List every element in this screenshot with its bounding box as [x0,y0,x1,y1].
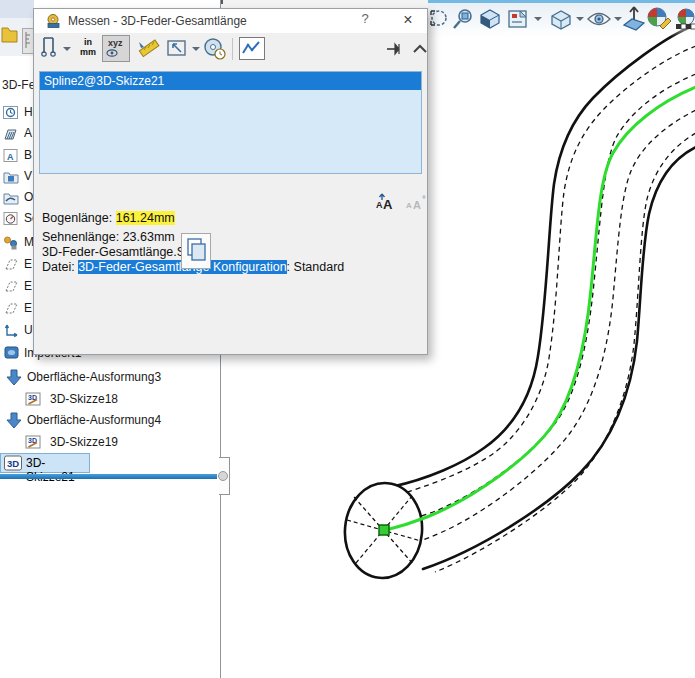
collapse-chevron-icon[interactable] [412,43,428,55]
construction-curve-3 [402,110,695,548]
caliper-dropdown-caret[interactable] [63,47,71,51]
display-style-cube-icon[interactable] [548,7,574,33]
tree-row-plane-top[interactable]: E [0,278,34,296]
projected-on-screen-icon[interactable] [167,39,189,59]
apply-scene-plane-icon[interactable] [622,5,646,33]
tree-row-history[interactable]: H [0,104,34,122]
apply-scene-icon[interactable] [674,7,695,33]
view-orientation-sheet-icon[interactable] [506,7,532,33]
arc-measure-caliper-icon[interactable] [39,35,61,59]
headsup-view-toolbar [428,3,695,37]
pin-icon[interactable] [386,41,406,57]
units-in-mm-button[interactable]: in mm [76,37,100,57]
help-button[interactable]: ? [356,11,374,31]
selected-spline-green [386,87,695,530]
xyz-measure-button-pressed[interactable]: xyz [102,35,130,62]
tree-row-plane-right[interactable]: E [0,300,34,318]
tree-row-sensors[interactable]: Se [0,210,34,228]
zoom-to-area-icon[interactable] [452,7,474,31]
measure-dialog-toolbar: in mm xyz [34,33,427,65]
toolbar-separator [232,38,233,60]
svg-text:A: A [383,197,393,212]
spline-endpoint-marker [379,525,389,535]
svg-text:A: A [376,200,383,210]
zoom-to-fit-icon[interactable] [427,7,447,29]
tube-outline-left [391,25,695,487]
measure-selection-list[interactable]: Spline2@3D-Skizze21 [39,71,422,174]
rollback-bar[interactable] [0,474,217,479]
tree-row-notes[interactable]: A B [0,147,34,165]
tree-row-annotations[interactable]: A [0,125,34,143]
create-sensor-graph-button[interactable] [239,37,265,60]
folder-icon [1,24,18,44]
svg-text:xyz: xyz [108,38,123,48]
section-view-icon[interactable] [478,7,502,31]
tree-row-surface-bodies[interactable]: O [0,189,34,207]
selected-entity-row[interactable]: Spline2@3D-Skizze21 [40,72,421,90]
tree-item-3d-sketch-21-selected[interactable]: 3D 3D-Skizze21 [0,453,90,473]
tree-row-plane-front[interactable]: E [0,256,34,274]
copy-results-button[interactable] [181,233,211,269]
chord-length-line: Sehnenlänge: 23.63mm [42,230,175,244]
construction-curve-4 [435,133,695,572]
measure-dialog: Messen - 3D-Feder-Gesamtlänge ? × in mm … [33,8,428,355]
arc-length-line: Bogenlänge: 161.24mm [42,211,175,225]
decrease-text-size-icon[interactable]: A A [406,194,426,212]
tube-outline-right [423,147,695,569]
solidworks-window: 3D-Fe H A A B V O Se M [0,0,695,678]
hide-show-items-eye-icon[interactable] [586,10,612,28]
svg-text:3D: 3D [7,458,19,469]
arc-length-value: 161.24mm [116,211,175,225]
increase-text-size-icon[interactable]: A A [376,192,398,212]
sidebar-top-strip [0,0,34,18]
tree-root-label[interactable]: 3D-Fe [2,78,35,92]
tree-row-solid-bodies[interactable]: V [0,168,34,186]
hide-show-caret[interactable] [614,17,622,21]
dialog-title: Messen - 3D-Feder-Gesamtlänge [68,9,247,33]
svg-text:A: A [7,152,14,162]
tree-row-origin[interactable]: U [0,322,34,340]
svg-text:A: A [406,201,412,210]
measurement-history-icon[interactable] [202,36,228,62]
sheet-dropdown-caret[interactable] [534,17,542,21]
measure-tape-icon [45,13,61,29]
point-to-point-ruler-icon[interactable] [136,36,162,62]
splitter-knob-icon[interactable] [218,471,228,481]
svg-text:A: A [413,199,421,211]
edit-appearance-icon[interactable] [646,6,672,32]
dialog-titlebar[interactable]: Messen - 3D-Feder-Gesamtlänge ? × [34,9,427,33]
tree-row-material[interactable]: M [0,234,34,252]
close-button[interactable]: × [396,9,420,31]
projection-dropdown-caret[interactable] [192,47,200,51]
display-style-caret[interactable] [576,17,584,21]
chord-length-value: 23.63mm [123,230,175,244]
